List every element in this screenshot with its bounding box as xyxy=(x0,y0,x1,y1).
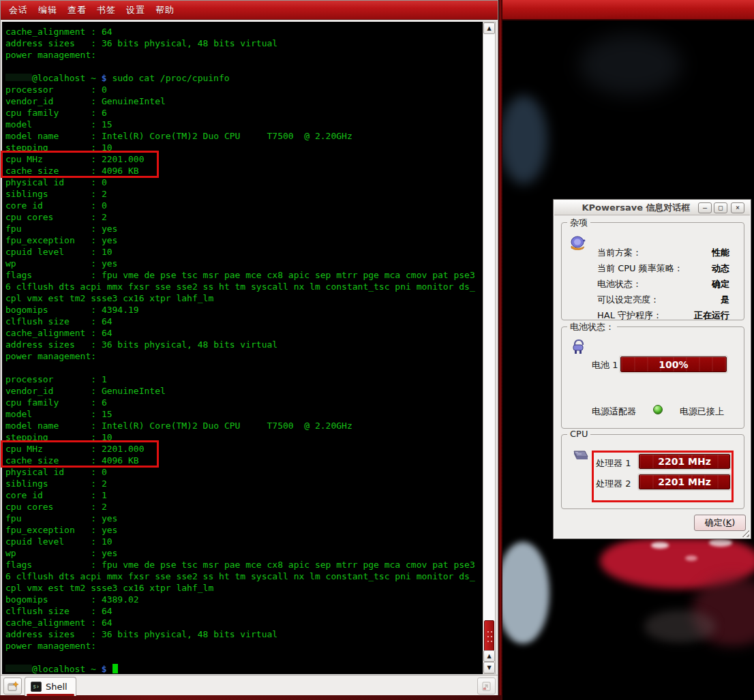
shell-tab-icon: s› xyxy=(31,682,42,692)
terminal-line: cpuid level : 10 xyxy=(5,246,481,258)
highlight-box-dialog-cpu xyxy=(592,451,734,502)
terminal-line: vendor_id : GenuineIntel xyxy=(5,385,481,397)
ok-button-label: 确定(K) xyxy=(705,517,736,529)
terminal-line: cpu family : 6 xyxy=(5,107,481,119)
misc-row-label: 当前 CPU 频率策略： xyxy=(597,262,683,275)
close-icon[interactable]: × xyxy=(731,202,744,213)
terminal-line: power management: xyxy=(5,350,481,362)
terminal-line: cpuid level : 10 xyxy=(5,536,481,547)
terminal-line: physical id : 0 xyxy=(5,177,481,188)
terminal-line: fpu : yes xyxy=(5,223,481,234)
minimize-icon[interactable]: – xyxy=(698,202,712,213)
terminal-cursor xyxy=(112,664,118,673)
dialog-title: KPowersave 信息对话框 xyxy=(573,202,699,214)
adapter-led-icon xyxy=(653,405,663,414)
terminal-line: core id : 0 xyxy=(5,200,481,211)
misc-groupbox: 杂项 当前方案：性能当前 CPU 频率策略：动态电池状态：确定可以设定亮度：是H… xyxy=(561,222,744,320)
terminal-line: processor : 0 xyxy=(5,84,481,95)
terminal-line: model : 15 xyxy=(5,408,481,420)
misc-row-label: 电池状态： xyxy=(597,278,642,290)
menu-item[interactable]: 会话 xyxy=(9,4,28,16)
terminal-line: model name : Intel(R) Core(TM)2 Duo CPU … xyxy=(5,420,481,431)
tab-list-button[interactable] xyxy=(477,678,496,695)
terminal-line: 6 clflush dts acpi mmx fxsr sse sse2 ss … xyxy=(5,570,481,582)
active-tab-underline xyxy=(27,694,74,696)
misc-row: 可以设定亮度：是 xyxy=(597,292,729,307)
terminal-line: siblings : 2 xyxy=(5,478,481,489)
redacted-username xyxy=(5,665,32,672)
kpowersave-snail-icon xyxy=(569,235,587,250)
highlight-box-cpu-mhz-proc0 xyxy=(1,151,159,178)
prompt-symbol: $ xyxy=(102,73,107,83)
misc-row: 当前 CPU 频率策略：动态 xyxy=(597,260,729,276)
shell-tab-label: Shell xyxy=(46,682,67,692)
session-tab-bar: s› Shell xyxy=(1,675,498,695)
highlight-box-cpu-mhz-proc1 xyxy=(1,440,159,468)
movie-fabric-speck-2 xyxy=(709,538,732,547)
terminal-line: vendor_id : GenuineIntel xyxy=(5,95,481,107)
battery1-progress-bar: 100% xyxy=(620,356,727,372)
terminal-line: wp : yes xyxy=(5,258,481,269)
menu-item[interactable]: 编辑 xyxy=(38,4,57,16)
konsole-window: 会话编辑查看书签设置帮助 cache_alignment : 64address… xyxy=(0,0,498,695)
terminal-line xyxy=(5,61,481,72)
new-session-icon xyxy=(7,682,18,691)
misc-row-value: 正在运行 xyxy=(694,309,729,322)
menu-item[interactable]: 帮助 xyxy=(155,4,175,16)
terminal-scrollbar[interactable]: ▲ ▲ ▼ xyxy=(483,22,496,674)
scroll-up-bottom-icon[interactable]: ▲ xyxy=(483,650,495,662)
movie-gray-haze xyxy=(579,34,682,95)
ok-button[interactable]: 确定(K) xyxy=(694,515,746,531)
misc-row: HAL 守护程序：正在运行 xyxy=(597,307,729,323)
misc-row-label: 可以设定亮度： xyxy=(597,294,659,306)
terminal-line: model : 15 xyxy=(5,119,481,130)
tab-shell[interactable]: s› Shell xyxy=(25,677,76,696)
terminal-line: cache_alignment : 64 xyxy=(5,26,481,37)
cpu-group-label: CPU xyxy=(567,429,590,439)
menu-item[interactable]: 查看 xyxy=(67,4,87,16)
background-red-bar xyxy=(502,0,754,20)
battery1-percent: 100% xyxy=(659,359,688,370)
cpu-chip-icon xyxy=(569,448,589,463)
scrollbar-thumb[interactable] xyxy=(484,620,494,652)
maximize-icon[interactable]: □ xyxy=(714,202,727,213)
terminal-line: cpu cores : 2 xyxy=(5,211,481,223)
scroll-down-icon[interactable]: ▼ xyxy=(483,662,495,673)
movie-bottom-strip xyxy=(0,695,502,700)
terminal-line: fpu_exception : yes xyxy=(5,524,481,536)
terminal-line: flags : fpu vme de pse tsc msr pae mce c… xyxy=(5,559,481,570)
scroll-up-icon[interactable]: ▲ xyxy=(483,22,495,34)
movie-white-shape xyxy=(496,542,549,644)
terminal-line: address sizes : 36 bits physical, 48 bit… xyxy=(5,339,481,350)
terminal-line: cache_alignment : 64 xyxy=(5,617,481,628)
misc-row-value: 性能 xyxy=(712,247,729,259)
terminal-line: cpu family : 6 xyxy=(5,397,481,408)
power-plug-icon xyxy=(571,338,587,356)
screen: 会话编辑查看书签设置帮助 cache_alignment : 64address… xyxy=(0,0,754,700)
scrollbar-grip-dots xyxy=(487,630,493,643)
terminal-line: bogomips : 4389.02 xyxy=(5,594,481,605)
menu-item[interactable]: 设置 xyxy=(126,4,145,16)
redacted-username xyxy=(5,74,32,81)
menu-bar: 会话编辑查看书签设置帮助 xyxy=(1,1,498,20)
terminal-line: cpl vmx est tm2 ssse3 cx16 xtpr lahf_lm xyxy=(5,582,481,594)
terminal-line: flags : fpu vme de pse tsc msr pae mce c… xyxy=(5,269,481,281)
tab-list-icon xyxy=(481,682,492,691)
battery1-label: 电池 1 xyxy=(592,359,618,371)
movie-fabric-speck-3 xyxy=(685,556,697,561)
misc-row: 当前方案：性能 xyxy=(597,245,729,260)
menu-item[interactable]: 书签 xyxy=(97,4,116,16)
prompt-symbol: $ xyxy=(102,664,107,674)
new-session-button[interactable] xyxy=(3,678,22,695)
terminal-line: 6 clflush dts acpi mmx fxsr sse sse2 ss … xyxy=(5,281,481,292)
terminal-line: siblings : 2 xyxy=(5,188,481,200)
terminal-line: address sizes : 36 bits physical, 48 bit… xyxy=(5,628,481,640)
terminal-line: processor : 1 xyxy=(5,374,481,385)
terminal-viewport[interactable]: cache_alignment : 64address sizes : 36 b… xyxy=(2,22,483,674)
dialog-title-bar[interactable]: KPowersave 信息对话框 – □ × xyxy=(554,200,750,215)
battery-group-label: 电池状态： xyxy=(567,321,617,333)
movie-fabric-speck-1 xyxy=(651,542,669,549)
terminal-lines: cache_alignment : 64address sizes : 36 b… xyxy=(5,26,481,674)
terminal-line: power management: xyxy=(5,49,481,61)
misc-row-label: 当前方案： xyxy=(597,247,642,259)
